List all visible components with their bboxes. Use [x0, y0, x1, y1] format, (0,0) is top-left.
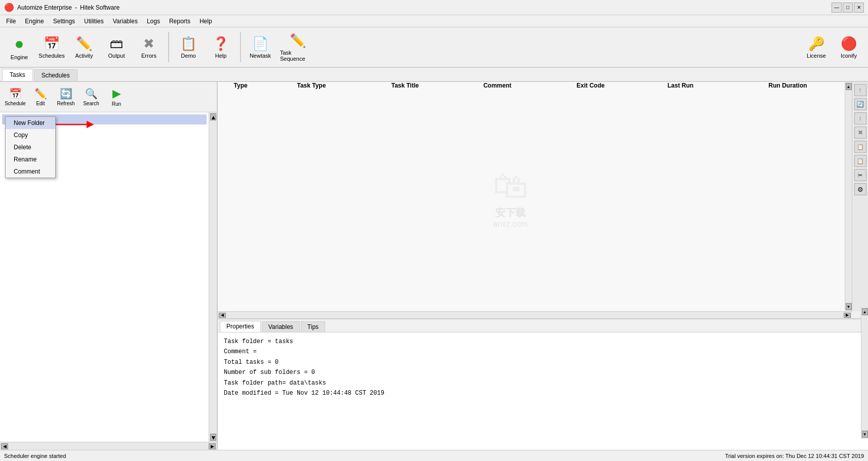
schedules-toolbar-button[interactable]: 📅 Schedules [36, 29, 67, 65]
run-sub-icon: ▶ [112, 87, 121, 100]
context-menu-item-comment[interactable]: Comment [6, 165, 55, 178]
prop-comment: Comment = [224, 347, 862, 357]
tab-tasks[interactable]: Tasks [2, 69, 33, 81]
activity-label: Activity [75, 53, 93, 59]
status-bar: Scheduler engine started Trial version e… [0, 450, 868, 461]
help-toolbar-button[interactable]: ❓ Help [206, 29, 236, 65]
schedule-sub-icon: 📅 [9, 88, 22, 100]
license-toolbar-button[interactable]: 🔑 License [801, 29, 832, 65]
title-separator: - [75, 4, 77, 11]
left-panel-scroll: 📁 tasks New Folder Copy Delete Rename Co… [0, 112, 217, 442]
menu-logs[interactable]: Logs [143, 17, 164, 26]
col-exit-code: Exit Code [544, 82, 637, 89]
tab-variables[interactable]: Variables [262, 321, 300, 332]
help-icon: ❓ [213, 36, 229, 52]
output-icon: 🗃 [110, 36, 123, 52]
context-menu-item-copy[interactable]: Copy [6, 129, 55, 141]
run-sub-button[interactable]: ▶ Run [104, 84, 129, 110]
menu-settings[interactable]: Settings [49, 17, 79, 26]
menu-file[interactable]: File [2, 17, 20, 26]
properties-content: Task folder = tasks Comment = Total task… [218, 332, 868, 450]
right-btn-3[interactable]: ↕ [854, 112, 866, 124]
task-table-scroll[interactable]: Type Task Type Task Title Comment Exit C… [218, 82, 852, 311]
right-btn-5[interactable]: 📋 [854, 141, 866, 153]
table-scroll-down[interactable]: ▼ [846, 303, 852, 310]
right-btn-7[interactable]: ✂ [854, 169, 866, 181]
edit-sub-button[interactable]: ✏️ Edit [28, 84, 53, 110]
schedule-sub-label: Schedule [5, 101, 26, 106]
errors-toolbar-button[interactable]: ✖ Errors [134, 29, 164, 65]
toolbar-separator-2 [240, 32, 241, 62]
activity-toolbar-button[interactable]: ✏️ Activity [69, 29, 99, 65]
status-left: Scheduler engine started [4, 453, 66, 459]
menu-engine[interactable]: Engine [21, 17, 48, 26]
main-toolbar: ● Engine 📅 Schedules ✏️ Activity 🗃 Outpu… [0, 27, 868, 68]
schedules-label: Schedules [38, 53, 64, 59]
menu-reports[interactable]: Reports [165, 17, 194, 26]
help-label: Help [215, 53, 227, 59]
context-menu-item-rename[interactable]: Rename [6, 153, 55, 165]
minimize-button[interactable]: — [832, 3, 842, 13]
engine-toolbar-button[interactable]: ● Engine [4, 29, 34, 65]
table-vertical-scrollbar[interactable]: ▲ ▼ [845, 82, 852, 311]
right-btn-4[interactable]: ✖ [854, 127, 866, 139]
tasksequence-toolbar-button[interactable]: ✏️ Task Sequence [278, 29, 318, 65]
sub-toolbar: 📅 Schedule ✏️ Edit 🔄 Refresh 🔍 Search ▶ … [0, 82, 217, 112]
scrollbar-up[interactable]: ▲ [210, 113, 216, 120]
errors-icon: ✖ [143, 36, 154, 52]
table-horizontal-scrollbar[interactable]: ◀ ▶ [218, 311, 852, 318]
table-scroll-up[interactable]: ▲ [846, 83, 852, 90]
iconify-label: Iconify [841, 53, 857, 59]
right-btn-1[interactable]: ↑ [854, 84, 866, 96]
col-type: Type [218, 82, 263, 89]
left-vertical-scrollbar[interactable]: ▲ ▼ [209, 112, 217, 442]
title-bar: 🔴 Automize Enterprise - Hitek Software —… [0, 0, 868, 15]
app-title: Automize Enterprise [17, 4, 72, 11]
bottom-vertical-scrollbar[interactable]: ▲ ▼ [861, 307, 868, 439]
left-horizontal-scrollbar[interactable]: ◀ ▶ [0, 442, 217, 450]
menu-help[interactable]: Help [195, 17, 216, 26]
refresh-sub-icon: 🔄 [60, 88, 72, 100]
scrollbar-down[interactable]: ▼ [210, 434, 216, 441]
refresh-sub-button[interactable]: 🔄 Refresh [54, 84, 78, 110]
tab-tips[interactable]: Tips [301, 321, 325, 332]
task-table: Type Task Type Task Title Comment Exit C… [218, 82, 852, 89]
tree-scroll: 📁 tasks New Folder Copy Delete Rename Co… [0, 112, 209, 442]
edit-sub-icon: ✏️ [34, 88, 47, 100]
newtask-icon: 📄 [252, 36, 268, 52]
bottom-scroll-up[interactable]: ▲ [862, 308, 868, 315]
search-sub-button[interactable]: 🔍 Search [79, 84, 103, 110]
tab-schedules[interactable]: Schedules [34, 69, 77, 81]
right-panel: Type Task Type Task Title Comment Exit C… [218, 82, 868, 450]
tab-properties[interactable]: Properties [220, 321, 261, 332]
table-scroll-right[interactable]: ▶ [844, 313, 851, 318]
prop-sub-folders: Number of sub folders = 0 [224, 367, 862, 378]
status-right: Trial version expires on: Thu Dec 12 10:… [725, 453, 864, 459]
menu-utilities[interactable]: Utilities [80, 17, 108, 26]
context-menu-item-delete[interactable]: Delete [6, 141, 55, 153]
context-menu-item-newfolder[interactable]: New Folder [6, 117, 55, 129]
output-toolbar-button[interactable]: 🗃 Output [101, 29, 132, 65]
arrow-indicator [56, 118, 86, 129]
col-comment: Comment [451, 82, 544, 89]
col-task-type: Task Type [263, 82, 359, 89]
menu-variables[interactable]: Variables [109, 17, 142, 26]
right-btn-6[interactable]: 📋 [854, 155, 866, 167]
right-btn-2[interactable]: 🔄 [854, 98, 866, 110]
newtask-toolbar-button[interactable]: 📄 Newtask [245, 29, 275, 65]
newtask-label: Newtask [250, 53, 271, 59]
iconify-toolbar-button[interactable]: 🔴 Iconify [834, 29, 864, 65]
right-btn-8[interactable]: ⚙ [854, 183, 866, 195]
engine-icon: ● [14, 34, 24, 53]
bottom-scroll-down[interactable]: ▼ [862, 431, 868, 438]
table-scroll-left[interactable]: ◀ [219, 313, 226, 318]
schedule-sub-button[interactable]: 📅 Schedule [3, 84, 27, 110]
demo-label: Demo [181, 53, 195, 59]
maximize-button[interactable]: □ [843, 3, 853, 13]
scrollbar-left[interactable]: ◀ [1, 443, 8, 449]
license-icon: 🔑 [808, 36, 824, 52]
close-button[interactable]: ✕ [854, 3, 864, 13]
demo-toolbar-button[interactable]: 📋 Demo [173, 29, 204, 65]
scrollbar-right[interactable]: ▶ [209, 443, 216, 449]
prop-total-tasks: Total tasks = 0 [224, 357, 862, 367]
